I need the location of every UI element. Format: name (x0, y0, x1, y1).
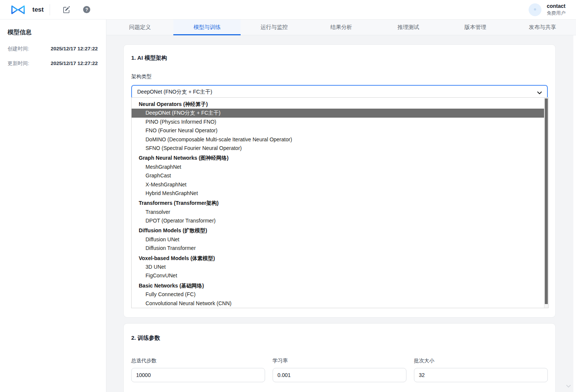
dropdown-group-label: Transformers (Transformer架构) (132, 199, 548, 207)
dropdown-option[interactable]: DeepONet (FNO分支 + FC主干) (132, 109, 548, 117)
architecture-dropdown-list: Neural Operators (神经算子)DeepONet (FNO分支 +… (131, 97, 549, 308)
tab-发布与共享[interactable]: 发布与共享 (509, 20, 576, 35)
tab-问题定义[interactable]: 问题定义 (106, 20, 173, 35)
training-params-card: 2. 训练参数 总迭代步数学习率批次大小 优化器日志打印频率 (123, 323, 556, 392)
dropdown-group-label: Basic Networks (基础网络) (132, 282, 548, 290)
sidebar-field-row: 更新时间:2025/12/17 12:27:22 (8, 60, 98, 67)
param-field: 总迭代步数 (131, 357, 265, 382)
edit-button[interactable] (63, 6, 70, 14)
dropdown-option[interactable]: SFNO (Spectral Fourier Neural Operator) (132, 144, 548, 153)
dropdown-option[interactable]: Diffusion Transformer (132, 244, 548, 253)
param-label: 批次大小 (414, 357, 548, 364)
user-tier-label: 免费用户 (547, 11, 565, 17)
param-input-2[interactable] (273, 368, 406, 382)
sidebar-field-row: 创建时间:2025/12/17 12:27:22 (8, 45, 98, 52)
dropdown-option[interactable]: Fully Connected (FC) (132, 290, 548, 299)
param-field: 学习率 (273, 357, 406, 382)
main-content: 问题定义模型与训练运行与监控结果分析推理测试版本管理发布与共享 1. AI 模型… (106, 20, 576, 392)
sidebar-field-label: 创建时间: (8, 45, 29, 52)
user-name[interactable]: contact (547, 3, 565, 10)
user-avatar[interactable] (529, 3, 541, 16)
sidebar-field-label: 更新时间: (8, 60, 29, 67)
dropdown-scrollbar[interactable] (544, 98, 548, 308)
dropdown-option[interactable]: Transolver (132, 208, 548, 216)
header-divider (50, 4, 50, 15)
help-button[interactable]: ? (83, 6, 90, 13)
model-info-sidebar: 模型信息 创建时间:2025/12/17 12:27:22更新时间:2025/1… (0, 20, 106, 392)
dropdown-option[interactable]: FigConvUNet (132, 271, 548, 280)
param-field: 批次大小 (414, 357, 548, 382)
architecture-section-title: 1. AI 模型架构 (131, 54, 548, 62)
dropdown-option[interactable]: Diffusion UNet (132, 235, 548, 244)
dropdown-group-label: Neural Operators (神经算子) (132, 100, 548, 109)
dropdown-option[interactable]: Hybrid MeshGraphNet (132, 189, 548, 198)
page-scrollbar-track[interactable] (573, 35, 576, 392)
chevron-down-icon (537, 90, 542, 95)
dropdown-option[interactable]: DPOT (Operator Transformer) (132, 216, 548, 225)
tab-推理测试[interactable]: 推理测试 (375, 20, 442, 35)
dropdown-group-label: Diffusion Models (扩散模型) (132, 226, 548, 235)
edit-pencil-icon (63, 6, 70, 14)
dropdown-group-label: Graph Neural Networks (图神经网络) (132, 154, 548, 162)
architecture-card: 1. AI 模型架构 架构类型 DeepONet (FNO分支 + FC主干) … (123, 44, 556, 318)
bowtie-logo-icon (11, 4, 26, 15)
scroll-down-indicator-icon[interactable] (565, 383, 571, 389)
tab-结果分析[interactable]: 结果分析 (308, 20, 374, 35)
param-input-1[interactable] (131, 368, 265, 382)
dropdown-option[interactable]: PINO (Physics Informed FNO) (132, 118, 548, 126)
tab-模型与训练[interactable]: 模型与训练 (173, 20, 240, 35)
dropdown-scrollbar-thumb[interactable] (545, 98, 548, 304)
dropdown-option[interactable]: Convolutional Neural Network (CNN) (132, 299, 548, 308)
dropdown-group-label: Voxel-based Models (体素模型) (132, 254, 548, 263)
dropdown-option[interactable]: MeshGraphNet (132, 163, 548, 171)
app-header: test ? contact 免费用户 (0, 0, 576, 20)
training-section-title: 2. 训练参数 (131, 334, 548, 342)
param-label: 学习率 (273, 357, 406, 364)
tab-版本管理[interactable]: 版本管理 (442, 20, 509, 35)
dropdown-option[interactable]: DoMINO (Decomposable Multi-scale Iterati… (132, 135, 548, 144)
tab-运行与监控[interactable]: 运行与监控 (241, 20, 308, 35)
help-icon: ? (83, 6, 90, 13)
project-title: test (32, 6, 44, 14)
tab-bar: 问题定义模型与训练运行与监控结果分析推理测试版本管理发布与共享 (106, 20, 576, 35)
sidebar-field-value: 2025/12/17 12:27:22 (51, 46, 98, 51)
app-logo[interactable] (11, 4, 26, 15)
dropdown-option[interactable]: 3D UNet (132, 263, 548, 271)
sidebar-title: 模型信息 (8, 29, 98, 36)
architecture-type-label: 架构类型 (131, 73, 548, 80)
dropdown-option[interactable]: GraphCast (132, 171, 548, 180)
dropdown-option[interactable]: X-MeshGraphNet (132, 180, 548, 189)
param-label: 总迭代步数 (131, 357, 265, 364)
sidebar-field-value: 2025/12/17 12:27:22 (51, 61, 98, 66)
architecture-select-value: DeepONet (FNO分支 + FC主干) (137, 89, 212, 95)
dropdown-option[interactable]: FNO (Fourier Neural Operator) (132, 126, 548, 135)
param-input-3[interactable] (414, 368, 548, 382)
